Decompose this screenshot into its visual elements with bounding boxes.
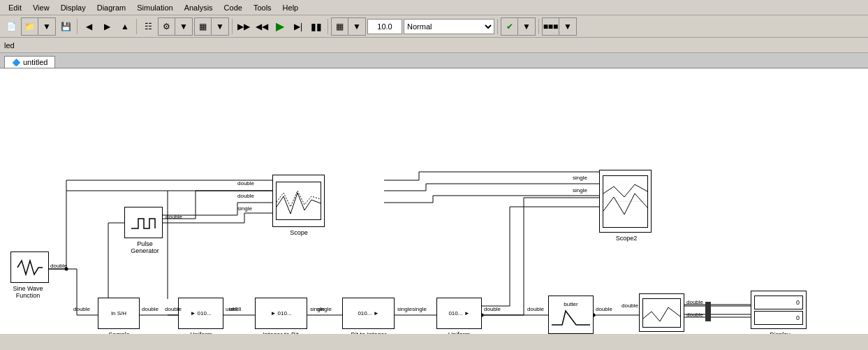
uniform-dec-block[interactable]: 010... ►: [436, 298, 482, 329]
sim-time-input[interactable]: [367, 19, 402, 34]
library-button[interactable]: ☷: [140, 18, 156, 35]
display-label: Display: [766, 331, 794, 334]
scope1-display: [643, 299, 680, 327]
int-bit-text: ► 010...: [270, 310, 291, 316]
sh-text: In S/H: [111, 310, 126, 316]
filter-in-label: double: [527, 306, 544, 312]
menu-display[interactable]: Display: [55, 2, 91, 13]
tab-untitled[interactable]: 🔷 untitled: [4, 56, 55, 68]
sep6: [538, 19, 539, 34]
sine-wave-block[interactable]: [10, 251, 49, 283]
scope2-block[interactable]: [599, 170, 652, 233]
tab-label: untitled: [23, 58, 47, 66]
scope1-in-label: double: [621, 302, 638, 309]
enc-in-label: double: [165, 306, 182, 312]
breadcrumb-bar: led: [0, 38, 868, 53]
display-block[interactable]: 0 0: [751, 291, 807, 329]
bit-to-int-label: Bit to IntegerConverter: [338, 331, 399, 334]
check-group: ✔ ▼: [501, 17, 536, 36]
menu-diagram[interactable]: Diagram: [91, 2, 132, 13]
toolbar: 📄 📁 ▼ 💾 ◀ ▶ ▲ ☷ ⚙ ▼ ▦ ▼ ▶▶ ◀◀ ▶ ▶| ▮▮ ▦ …: [0, 15, 868, 38]
filter-label-text: butter: [564, 301, 578, 307]
sim-mode-dropdown[interactable]: Normal Accelerator Rapid Accelerator: [404, 19, 494, 34]
filter-out-label: double: [596, 306, 612, 312]
bit-int-out-label: single: [397, 306, 412, 312]
sep3: [232, 19, 233, 34]
sep5: [497, 19, 498, 34]
menubar: Edit View Display Diagram Simulation Ana…: [0, 0, 868, 15]
sh-in-label: double: [73, 306, 90, 312]
step-back-button[interactable]: ◀◀: [253, 18, 270, 35]
scope-label: Scope: [284, 229, 314, 236]
settings-group: ⚙ ▼: [158, 17, 193, 36]
sine-out-label: double: [50, 263, 67, 269]
bit-to-int-block[interactable]: 010... ►: [342, 298, 395, 329]
forward-button[interactable]: ▶: [98, 18, 115, 35]
scope2-label: Scope2: [612, 235, 640, 242]
sh-out-label: double: [142, 306, 159, 312]
pulse-out-label: double: [165, 214, 182, 220]
scope1-block[interactable]: [639, 293, 684, 332]
stop-button[interactable]: ▮▮: [308, 18, 325, 35]
uniform-enc-label: UniformEncoder: [176, 331, 226, 334]
display-row1: 0: [754, 296, 803, 309]
layout-button[interactable]: ▦: [195, 18, 212, 35]
scope-display: [277, 182, 321, 219]
scope-dropdown[interactable]: ▼: [348, 18, 365, 35]
settings-button[interactable]: ⚙: [159, 18, 175, 35]
menu-help[interactable]: Help: [277, 2, 304, 13]
sep2: [136, 19, 137, 34]
step-button[interactable]: ▶|: [290, 18, 307, 35]
enc-text: ► 010...: [190, 310, 211, 316]
new-button[interactable]: 📄: [3, 18, 20, 35]
run-prep-button[interactable]: ▶▶: [235, 18, 252, 35]
menu-view[interactable]: View: [27, 2, 55, 13]
pulse-gen-label: PulseGenerator: [122, 240, 168, 254]
scope1-out-label: double: [686, 299, 703, 305]
sample-hold-block[interactable]: In S/H: [98, 298, 140, 329]
scope-in2-label: double: [237, 193, 254, 199]
layout-dropdown[interactable]: ▼: [212, 18, 228, 35]
uniform-enc-block[interactable]: ► 010...: [178, 298, 223, 329]
pulse-gen-block[interactable]: [124, 207, 163, 238]
tab-icon: 🔷: [12, 59, 20, 66]
pulse-icon: [130, 213, 158, 233]
menu-code[interactable]: Code: [219, 2, 248, 13]
menu-simulation[interactable]: Simulation: [131, 2, 178, 13]
back-button[interactable]: ◀: [80, 18, 97, 35]
int-to-bit-block[interactable]: ► 010...: [255, 298, 307, 329]
analog-filter-block[interactable]: butter: [548, 296, 594, 334]
menu-tools[interactable]: Tools: [248, 2, 277, 13]
check-dropdown[interactable]: ▼: [518, 18, 535, 35]
open-dropdown[interactable]: ▼: [38, 18, 55, 35]
run-button[interactable]: ▶: [272, 18, 288, 35]
bit-int-text: 010... ►: [358, 310, 378, 316]
data-dropdown[interactable]: ▼: [559, 18, 576, 35]
scope-block[interactable]: [272, 175, 325, 227]
open-button[interactable]: 📁: [22, 18, 38, 35]
menu-analysis[interactable]: Analysis: [179, 2, 219, 13]
up-button[interactable]: ▲: [117, 18, 133, 35]
sample-hold-label: Sampleand Hold: [96, 331, 142, 334]
check-button[interactable]: ✔: [501, 18, 518, 35]
data-group: ■■■ ▼: [542, 17, 577, 36]
data-button[interactable]: ■■■: [543, 18, 559, 35]
breadcrumb: led: [4, 41, 15, 50]
dec-text: 010... ►: [448, 310, 469, 316]
menu-edit[interactable]: Edit: [3, 2, 27, 13]
uniform-dec-label: UniformDecoder: [433, 331, 485, 334]
tabbar: 🔷 untitled: [0, 53, 868, 68]
sep4: [328, 19, 328, 34]
save-button[interactable]: 💾: [57, 18, 74, 35]
open-save-group: 📁 ▼: [21, 17, 56, 36]
dec-in-label: single: [412, 306, 427, 312]
scope-group: ▦ ▼: [331, 17, 366, 36]
scope2-in2-label: single: [573, 187, 587, 194]
scope1-out2-label: double: [686, 312, 703, 318]
wiring-svg: [0, 68, 868, 334]
scope-button[interactable]: ▦: [332, 18, 348, 35]
int-to-bit-label: Integer to BitConverter: [250, 331, 311, 334]
display-row2: 0: [754, 311, 803, 325]
settings-dropdown[interactable]: ▼: [175, 18, 192, 35]
sep1: [77, 19, 78, 34]
